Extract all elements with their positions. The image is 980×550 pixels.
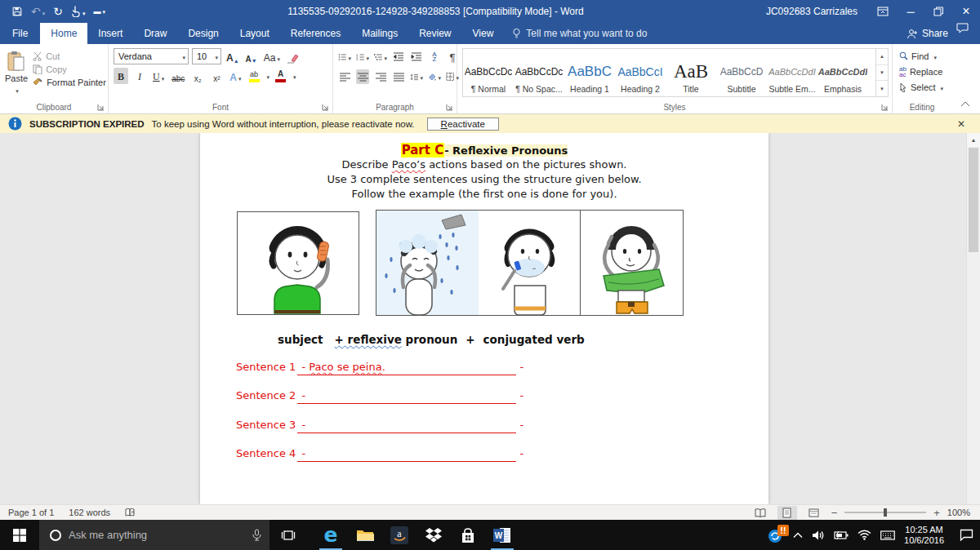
align-left-button[interactable] xyxy=(338,69,351,84)
tray-chevron-up-icon[interactable] xyxy=(793,532,803,539)
tab-home[interactable]: Home xyxy=(40,23,87,44)
sentence-2-blank[interactable]: - xyxy=(297,388,516,404)
notification-close-icon[interactable]: ✕ xyxy=(957,118,965,130)
taskbar-amazon-icon[interactable]: a xyxy=(382,520,416,550)
style-emphasis[interactable]: AaBbCcDdIEmphasis xyxy=(817,49,868,96)
battery-icon[interactable] xyxy=(834,530,849,540)
sentence-1-blank[interactable]: - Paco se peina. xyxy=(297,359,516,375)
shading-button[interactable] xyxy=(428,69,441,84)
zoom-in-button[interactable]: + xyxy=(933,507,940,519)
start-button[interactable] xyxy=(0,520,39,550)
clear-formatting-button[interactable] xyxy=(285,48,301,64)
undo-icon[interactable]: ↶ xyxy=(31,5,45,18)
cortana-search-box[interactable] xyxy=(39,520,270,550)
scroll-up-icon[interactable]: ▲ xyxy=(967,133,980,147)
multilevel-list-button[interactable] xyxy=(374,50,387,64)
replace-button[interactable]: abac Replace xyxy=(899,64,948,79)
save-icon[interactable] xyxy=(11,6,23,17)
tab-view[interactable]: View xyxy=(462,23,505,44)
web-layout-button[interactable] xyxy=(804,506,824,520)
numbering-button[interactable]: 123 xyxy=(356,50,369,64)
read-mode-button[interactable] xyxy=(751,506,770,520)
microphone-icon[interactable] xyxy=(252,529,261,541)
taskbar-store-icon[interactable] xyxy=(451,520,485,550)
justify-button[interactable] xyxy=(392,69,405,84)
document-page[interactable]: Part C- Reflexive Pronouns Describe Paco… xyxy=(200,133,768,504)
style-heading-2[interactable]: AaBbCcIHeading 2 xyxy=(615,49,666,96)
collapse-ribbon-icon[interactable] xyxy=(960,101,970,107)
change-case-button[interactable]: Aa xyxy=(262,48,282,64)
close-button[interactable]: × xyxy=(952,0,980,23)
task-view-button[interactable] xyxy=(270,520,307,550)
subscript-button[interactable]: x₂ xyxy=(190,68,205,84)
sentence-row-2[interactable]: Sentence 2-- xyxy=(236,388,733,404)
touch-keyboard-icon[interactable] xyxy=(880,530,895,540)
volume-icon[interactable] xyxy=(812,530,825,541)
text-effects-button[interactable]: A xyxy=(228,68,243,84)
sentence-row-4[interactable]: Sentence 4-- xyxy=(236,446,733,462)
highlight-color-button[interactable]: ab xyxy=(247,69,261,83)
tab-draw[interactable]: Draw xyxy=(133,23,177,44)
tab-file[interactable]: File xyxy=(0,23,40,44)
restore-button[interactable] xyxy=(924,0,952,23)
styles-gallery-more-icon[interactable]: ▼ xyxy=(876,81,888,96)
search-input[interactable] xyxy=(69,529,246,541)
shrink-font-button[interactable]: A▼ xyxy=(244,48,259,64)
reactivate-button[interactable]: Reactivate xyxy=(427,118,499,131)
highlight-caret-icon[interactable] xyxy=(265,70,270,82)
sort-button[interactable]: AZ xyxy=(428,50,441,64)
action-center-icon[interactable] xyxy=(960,529,973,541)
underline-button[interactable]: U xyxy=(151,68,166,84)
tray-alert-icon[interactable]: !! xyxy=(768,527,784,543)
taskbar-clock[interactable]: 10:25 AM 10/6/2016 xyxy=(904,525,944,546)
tab-references[interactable]: References xyxy=(280,23,351,44)
decrease-indent-button[interactable] xyxy=(392,50,405,64)
page-indicator[interactable]: Page 1 of 1 xyxy=(8,508,54,517)
tab-design[interactable]: Design xyxy=(177,23,229,44)
zoom-level[interactable]: 100% xyxy=(947,508,970,517)
taskbar-edge-icon[interactable]: e xyxy=(314,520,348,550)
styles-scroll-down-icon[interactable]: ▼ xyxy=(876,65,888,82)
style-title[interactable]: AaBTitle xyxy=(666,49,716,96)
word-count[interactable]: 162 words xyxy=(69,508,110,517)
share-button[interactable]: Share xyxy=(906,23,948,44)
ribbon-display-options-icon[interactable] xyxy=(869,0,897,23)
print-layout-button[interactable] xyxy=(777,506,797,520)
tab-review[interactable]: Review xyxy=(408,23,461,44)
format-painter-button[interactable]: Format Painter xyxy=(33,78,106,87)
style-no-spacing[interactable]: AaBbCcDc¶ No Spac... xyxy=(514,49,564,96)
taskbar-file-explorer-icon[interactable] xyxy=(348,520,382,550)
copy-button[interactable]: Copy xyxy=(33,64,106,74)
increase-indent-button[interactable] xyxy=(410,50,423,64)
font-color-button[interactable]: A xyxy=(274,69,287,83)
sentence-row-1[interactable]: Sentence 1- Paco se peina.- xyxy=(236,359,733,375)
sentence-3-blank[interactable]: - xyxy=(297,417,516,433)
style-subtitle[interactable]: AaBbCcDSubtitle xyxy=(716,49,767,96)
tab-insert[interactable]: Insert xyxy=(87,23,133,44)
zoom-out-button[interactable]: − xyxy=(831,507,838,519)
account-name[interactable]: JC092683 Carrizales xyxy=(766,6,858,17)
zoom-slider[interactable] xyxy=(844,512,926,513)
align-center-button[interactable] xyxy=(356,69,369,84)
wifi-icon[interactable] xyxy=(858,530,871,540)
touch-mode-icon[interactable] xyxy=(71,5,86,18)
sentence-4-blank[interactable]: - xyxy=(297,446,516,462)
taskbar-word-icon[interactable]: W xyxy=(485,520,519,550)
cut-button[interactable]: Cut xyxy=(33,51,106,61)
customize-qat-icon[interactable]: ▬ xyxy=(94,7,106,16)
tell-me-box[interactable]: Tell me what you want to do xyxy=(512,23,647,44)
style-subtle-emphasis[interactable]: AaBbCcDdISubtle Em... xyxy=(767,49,817,96)
feedback-icon[interactable] xyxy=(956,23,969,44)
grow-font-button[interactable]: A▲ xyxy=(225,48,241,64)
style-normal[interactable]: AaBbCcDc¶ Normal xyxy=(463,49,514,96)
styles-scroll-up-icon[interactable]: ▲ xyxy=(876,49,888,65)
select-button[interactable]: Select xyxy=(899,79,948,95)
style-heading-1[interactable]: AaBbCHeading 1 xyxy=(564,49,615,96)
find-button[interactable]: Find xyxy=(899,48,948,64)
italic-button[interactable]: I xyxy=(132,68,147,84)
paste-button[interactable]: Paste xyxy=(5,48,28,100)
tab-layout[interactable]: Layout xyxy=(229,23,280,44)
tab-mailings[interactable]: Mailings xyxy=(351,23,408,44)
bold-button[interactable]: B xyxy=(114,68,128,84)
font-family-select[interactable]: Verdana xyxy=(114,48,189,64)
